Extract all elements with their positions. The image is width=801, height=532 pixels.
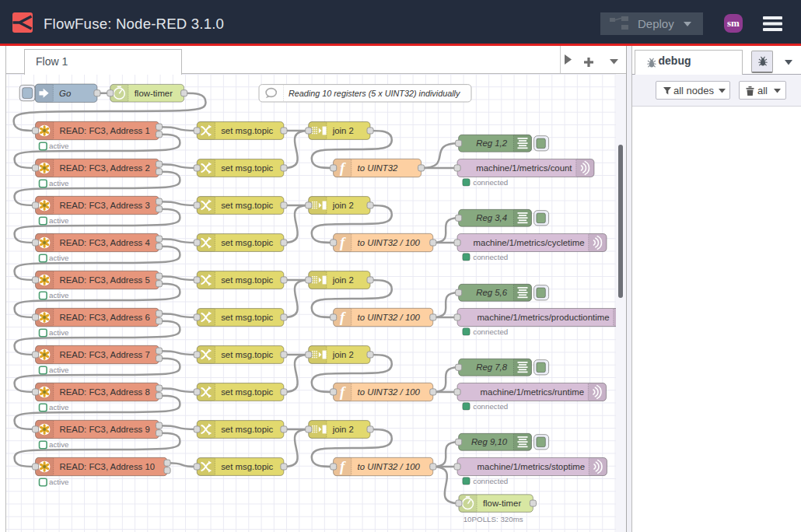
- svg-text:READ: FC3, Address 3: READ: FC3, Address 3: [60, 201, 150, 210]
- svg-text:READ: FC3, Address 1: READ: FC3, Address 1: [60, 126, 150, 135]
- svg-text:flow-timer: flow-timer: [483, 499, 522, 508]
- svg-text:to UINT32 / 100: to UINT32 / 100: [358, 462, 421, 471]
- svg-text:join 2: join 2: [332, 275, 354, 285]
- svg-text:active: active: [49, 478, 69, 486]
- svg-text:READ: FC3, Address 7: READ: FC3, Address 7: [60, 350, 150, 359]
- svg-text:Reg 3,4: Reg 3,4: [476, 213, 507, 222]
- svg-text:set msg.topic: set msg.topic: [221, 201, 273, 210]
- svg-text:set msg.topic: set msg.topic: [221, 163, 273, 173]
- svg-text:Reg 1,2: Reg 1,2: [476, 138, 507, 148]
- svg-text:active: active: [49, 328, 69, 337]
- svg-text:machine/1/metrics/productionti: machine/1/metrics/productiontime: [477, 313, 609, 322]
- svg-text:to UINT32 / 100: to UINT32 / 100: [358, 238, 421, 247]
- svg-text:set msg.topic: set msg.topic: [221, 462, 273, 471]
- svg-text:READ: FC3, Address 6: READ: FC3, Address 6: [60, 313, 150, 322]
- svg-text:join 2: join 2: [332, 201, 354, 210]
- svg-text:join 2: join 2: [332, 126, 354, 135]
- svg-text:active: active: [49, 440, 69, 449]
- svg-text:Go: Go: [59, 89, 71, 98]
- svg-text:Reading 10 registers (5 x UINT: Reading 10 registers (5 x UINT32) indivi…: [289, 89, 461, 98]
- svg-text:connected: connected: [473, 327, 508, 336]
- svg-text:to UINT32 / 100: to UINT32 / 100: [358, 313, 421, 322]
- svg-text:READ: FC3, Address 4: READ: FC3, Address 4: [60, 238, 150, 247]
- svg-text:machine/1/metrics/cycletime: machine/1/metrics/cycletime: [474, 238, 585, 247]
- svg-text:active: active: [49, 216, 69, 225]
- svg-text:active: active: [49, 403, 69, 411]
- svg-text:READ: FC3, Address 5: READ: FC3, Address 5: [60, 275, 150, 285]
- svg-text:connected: connected: [473, 253, 508, 261]
- svg-text:set msg.topic: set msg.topic: [221, 238, 273, 247]
- svg-text:flow-timer: flow-timer: [135, 89, 173, 98]
- svg-text:active: active: [49, 179, 69, 187]
- svg-text:10POLLS: 320ms: 10POLLS: 320ms: [463, 515, 523, 523]
- svg-text:set msg.topic: set msg.topic: [221, 126, 273, 135]
- svg-text:set msg.topic: set msg.topic: [221, 350, 273, 359]
- svg-text:join 2: join 2: [332, 425, 354, 434]
- svg-text:READ: FC3, Address 9: READ: FC3, Address 9: [60, 425, 150, 434]
- svg-text:to UINT32: to UINT32: [358, 163, 398, 173]
- svg-text:machine/1/metrics/stoptime: machine/1/metrics/stoptime: [477, 462, 585, 471]
- svg-text:to UINT32 / 100: to UINT32 / 100: [358, 387, 421, 397]
- svg-text:Reg 9,10: Reg 9,10: [471, 437, 508, 446]
- svg-text:active: active: [49, 142, 69, 150]
- svg-text:Reg 5,6: Reg 5,6: [476, 288, 507, 297]
- svg-text:active: active: [49, 291, 69, 299]
- svg-text:set msg.topic: set msg.topic: [221, 387, 273, 397]
- svg-text:join 2: join 2: [332, 350, 354, 359]
- svg-text:machine/1/metrics/count: machine/1/metrics/count: [476, 163, 572, 173]
- svg-text:connected: connected: [473, 402, 508, 411]
- svg-text:connected: connected: [473, 477, 508, 485]
- svg-text:machine/1/metrics/runtime: machine/1/metrics/runtime: [481, 387, 584, 397]
- svg-text:Reg 7,8: Reg 7,8: [476, 362, 507, 372]
- svg-text:set msg.topic: set msg.topic: [221, 425, 273, 434]
- svg-text:connected: connected: [473, 178, 508, 187]
- svg-text:READ: FC3, Address 2: READ: FC3, Address 2: [60, 163, 150, 173]
- svg-text:READ: FC3, Address 10: READ: FC3, Address 10: [60, 462, 156, 471]
- svg-text:set msg.topic: set msg.topic: [221, 313, 273, 322]
- svg-text:active: active: [49, 254, 69, 262]
- svg-text:set msg.topic: set msg.topic: [221, 275, 273, 285]
- svg-text:READ: FC3, Address 8: READ: FC3, Address 8: [60, 387, 150, 397]
- svg-text:active: active: [49, 366, 69, 374]
